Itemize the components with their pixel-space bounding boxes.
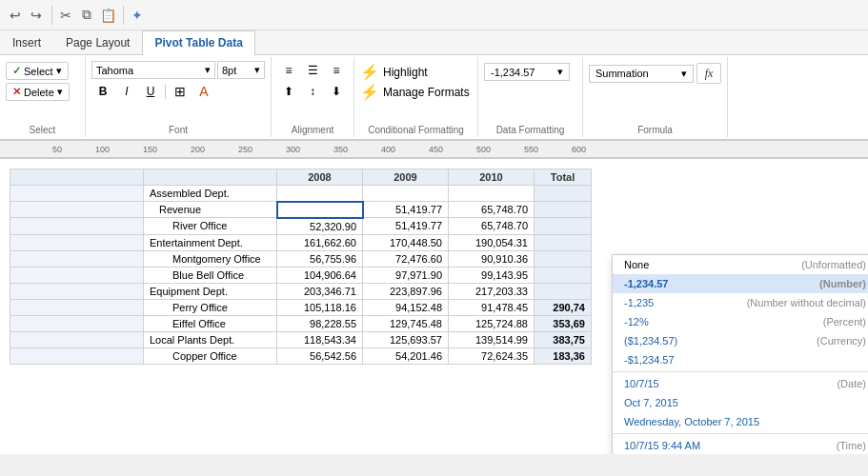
color-grid-icon[interactable]: ⊞ xyxy=(169,81,192,102)
assembled-2009[interactable] xyxy=(363,186,449,202)
montgomery-2010[interactable]: 90,910.36 xyxy=(449,250,535,267)
tab-pivot-table-data[interactable]: Pivot Table Data xyxy=(142,30,254,55)
lp-2008[interactable]: 118,543.34 xyxy=(277,331,363,347)
font-color-icon[interactable]: A xyxy=(192,81,215,102)
copper-2009[interactable]: 54,201.46 xyxy=(363,347,449,364)
bluebell-total[interactable] xyxy=(535,267,592,283)
tab-insert[interactable]: Insert xyxy=(0,30,53,54)
copper-2008[interactable]: 56,542.56 xyxy=(277,347,363,364)
lp-2010[interactable]: 139,514.99 xyxy=(449,331,535,347)
localplants-dept-label[interactable]: Local Plants Dept. xyxy=(144,331,277,347)
copper-total[interactable]: 183,36 xyxy=(535,347,592,364)
format-number-option[interactable]: -1,234.57 (Number) xyxy=(613,274,868,293)
cut-icon[interactable]: ✂ xyxy=(56,6,75,25)
river-2008[interactable]: 52,320.90 xyxy=(277,218,363,235)
font-size-selector[interactable]: 8pt ▾ xyxy=(217,61,265,79)
format-time-type: (Time) xyxy=(837,440,866,451)
font-selector[interactable]: Tahoma ▾ xyxy=(91,61,215,79)
revenue-2010[interactable]: 65,748.70 xyxy=(449,202,535,218)
ent-2010[interactable]: 190,054.31 xyxy=(449,234,535,250)
montgomery-total[interactable] xyxy=(535,250,592,267)
align-bottom-icon[interactable]: ⬇ xyxy=(325,82,348,101)
revenue-2009[interactable]: 51,419.77 xyxy=(363,202,449,218)
perry-label[interactable]: Perry Office xyxy=(144,299,277,315)
tab-page-layout[interactable]: Page Layout xyxy=(53,30,142,54)
format-none-option[interactable]: None (Unformatted) xyxy=(613,255,868,274)
ent-2008[interactable]: 161,662.60 xyxy=(277,234,363,250)
perry-total[interactable]: 290,74 xyxy=(535,299,592,315)
equip-2010[interactable]: 217,203.33 xyxy=(449,283,535,299)
format-date-option[interactable]: 10/7/15 (Date) xyxy=(613,374,868,393)
header-2008[interactable]: 2008 xyxy=(277,169,363,186)
river-total[interactable] xyxy=(535,218,592,235)
revenue-label[interactable]: Revenue xyxy=(144,202,277,218)
eiffel-2008[interactable]: 98,228.55 xyxy=(277,315,363,331)
lp-total[interactable]: 383,75 xyxy=(535,331,592,347)
highlight-button[interactable]: ⚡ Highlight xyxy=(360,63,428,81)
format-currency-option[interactable]: ($1,234.57) (Currency) xyxy=(613,331,868,350)
revenue-total[interactable] xyxy=(535,202,592,218)
fx-button[interactable]: fx xyxy=(696,63,721,84)
redo-icon[interactable]: ↪ xyxy=(27,6,46,25)
format-date3-option[interactable]: Wednesday, October 7, 2015 xyxy=(613,412,868,431)
align-right-icon[interactable]: ≡ xyxy=(325,61,348,80)
montgomery-label[interactable]: Montgomery Office xyxy=(144,250,277,267)
perry-2010[interactable]: 91,478.45 xyxy=(449,299,535,315)
equip-total[interactable] xyxy=(535,283,592,299)
bluebell-2010[interactable]: 99,143.95 xyxy=(449,267,535,283)
eiffel-total[interactable]: 353,69 xyxy=(535,315,592,331)
italic-button[interactable]: I xyxy=(115,81,138,102)
summation-dropdown[interactable]: Summation ▾ xyxy=(589,65,694,83)
format-time-option[interactable]: 10/7/15 9:44 AM (Time) xyxy=(613,436,868,454)
format-currency2-option[interactable]: -$1,234.57 xyxy=(613,350,868,369)
copper-label[interactable]: Copper Office xyxy=(144,347,277,364)
assembled-total[interactable] xyxy=(535,186,592,202)
bluebell-2008[interactable]: 104,906.64 xyxy=(277,267,363,283)
align-center-icon[interactable]: ☰ xyxy=(301,61,324,80)
river-office-label[interactable]: River Office xyxy=(144,218,277,235)
river-2010[interactable]: 65,748.70 xyxy=(449,218,535,235)
align-left-icon[interactable]: ≡ xyxy=(277,61,300,80)
header-2009[interactable]: 2009 xyxy=(363,169,449,186)
format-percent-option[interactable]: -12% (Percent) xyxy=(613,312,868,331)
copper-2010[interactable]: 72,624.35 xyxy=(449,347,535,364)
format-date2-option[interactable]: Oct 7, 2015 xyxy=(613,393,868,412)
bold-button[interactable]: B xyxy=(91,81,114,102)
underline-button[interactable]: U xyxy=(139,81,162,102)
equip-2008[interactable]: 203,346.71 xyxy=(277,283,363,299)
star-icon[interactable]: ✦ xyxy=(128,6,147,25)
bluebell-label[interactable]: Blue Bell Office xyxy=(144,267,277,283)
format-number-nodecimal-option[interactable]: -1,235 (Number without decimal) xyxy=(613,293,868,312)
copy-icon[interactable]: ⧉ xyxy=(77,6,96,25)
align-top-icon[interactable]: ⬆ xyxy=(277,82,300,101)
ent-total[interactable] xyxy=(535,234,592,250)
undo-icon[interactable]: ↩ xyxy=(6,6,25,25)
lp-2009[interactable]: 125,693.57 xyxy=(363,331,449,347)
eiffel-2009[interactable]: 129,745.48 xyxy=(363,315,449,331)
delete-button[interactable]: ✕ Delete ▾ xyxy=(6,83,70,101)
header-total[interactable]: Total xyxy=(535,169,592,186)
manage-formats-button[interactable]: ⚡ Manage Formats xyxy=(360,83,470,101)
entertainment-dept-label[interactable]: Entertainment Dept. xyxy=(144,234,277,250)
header-2010[interactable]: 2010 xyxy=(449,169,535,186)
perry-2009[interactable]: 94,152.48 xyxy=(363,299,449,315)
eiffel-2010[interactable]: 125,724.88 xyxy=(449,315,535,331)
assembled-dept-label[interactable]: Assembled Dept. xyxy=(144,186,277,202)
equip-2009[interactable]: 223,897.96 xyxy=(363,283,449,299)
ent-2009[interactable]: 170,448.50 xyxy=(363,234,449,250)
paste-icon[interactable]: 📋 xyxy=(98,6,117,25)
eiffel-label[interactable]: Eiffel Office xyxy=(144,315,277,331)
assembled-2010[interactable] xyxy=(449,186,535,202)
revenue-2008[interactable] xyxy=(277,202,363,218)
data-format-dropdown[interactable]: -1,234.57 ▾ xyxy=(484,63,570,81)
montgomery-2009[interactable]: 72,476.60 xyxy=(363,250,449,267)
equipment-dept-label[interactable]: Equipment Dept. xyxy=(144,283,277,299)
montgomery-2008[interactable]: 56,755.96 xyxy=(277,250,363,267)
bluebell-2009[interactable]: 97,971.90 xyxy=(363,267,449,283)
select-button[interactable]: ✓ Select ▾ xyxy=(6,62,69,80)
data-formatting-group: -1,234.57 ▾ Data Formatting xyxy=(478,57,583,137)
align-middle-icon[interactable]: ↕ xyxy=(301,82,324,101)
assembled-2008[interactable] xyxy=(277,186,363,202)
river-2009[interactable]: 51,419.77 xyxy=(363,218,449,235)
perry-2008[interactable]: 105,118.16 xyxy=(277,299,363,315)
